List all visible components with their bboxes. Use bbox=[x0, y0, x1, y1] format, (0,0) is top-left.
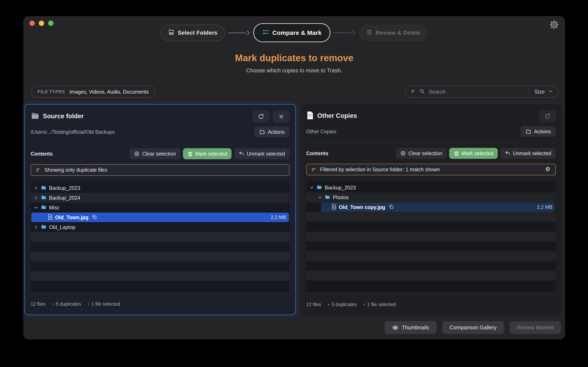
tree-row[interactable]: Old_Laptop bbox=[31, 222, 290, 232]
wizard-stepper: Select Folders Compare & Mark bbox=[23, 23, 565, 42]
button-label: Mark selected bbox=[195, 151, 227, 157]
actions-label: Actions bbox=[534, 129, 551, 134]
sort-select[interactable]: Size bbox=[534, 89, 545, 95]
tree-row-empty bbox=[306, 251, 556, 261]
file-size: 2,2 MB bbox=[271, 215, 286, 220]
file-icon bbox=[332, 204, 337, 210]
file-name: Old_Town.jpg bbox=[55, 215, 88, 220]
step-select-folders[interactable]: Select Folders bbox=[161, 25, 225, 41]
clear-filter-button[interactable] bbox=[545, 166, 551, 173]
file-types-chip[interactable]: FILE TYPES Images, Videos, Audio, Docume… bbox=[31, 86, 155, 98]
mark-selected-button[interactable]: Mark selected bbox=[183, 148, 232, 159]
close-panel-button[interactable] bbox=[273, 111, 290, 123]
tree-row-empty bbox=[306, 271, 556, 281]
bottom-action-bar: Thumbnails Comparison Gallery Review Mar… bbox=[385, 321, 561, 334]
filter-banner-text: Showing only duplicate files bbox=[44, 167, 107, 173]
tree-row[interactable]: Backup_2024 bbox=[31, 193, 290, 203]
file-tree: Backup_2023 Backup_2024 Misc Old_Town.jp… bbox=[31, 182, 290, 292]
unmark-selected-button[interactable]: Unmark selected bbox=[500, 148, 556, 159]
panel-footer: 12 files•5 duplicates•1 file selected bbox=[306, 294, 556, 315]
folder-icon bbox=[259, 129, 265, 135]
tree-row-empty bbox=[306, 242, 556, 251]
chevron-right-icon[interactable] bbox=[34, 225, 38, 229]
stat-item: 12 files bbox=[306, 302, 321, 307]
file-types-value: Images, Videos, Audio, Documents bbox=[69, 89, 149, 95]
panel-footer: 12 files•5 duplicates•1 file selected bbox=[31, 293, 290, 315]
page-subtitle: Choose which copies to move to Trash. bbox=[23, 67, 565, 74]
copy-icon[interactable] bbox=[92, 214, 97, 220]
chevron-right-icon[interactable] bbox=[34, 186, 38, 190]
tree-row-empty bbox=[31, 242, 290, 252]
refresh-icon bbox=[258, 113, 264, 120]
folder-name: Old_Laptop bbox=[49, 224, 75, 230]
trash-icon bbox=[187, 151, 193, 157]
actions-label: Actions bbox=[268, 129, 285, 135]
tree-row[interactable]: Misc bbox=[31, 203, 290, 212]
file-size: 2,2 MB bbox=[537, 204, 553, 210]
chevron-down-icon[interactable] bbox=[548, 89, 553, 94]
folder-gray-icon bbox=[31, 111, 40, 121]
panels-area: Source folder /Users/.../Testing/officia… bbox=[25, 104, 562, 315]
step-compare-mark[interactable]: Compare & Mark bbox=[253, 23, 330, 42]
tree-row-empty bbox=[306, 281, 556, 290]
clear-selection-button[interactable]: Clear selection bbox=[396, 148, 447, 159]
panel-subtitle: Other Copies bbox=[306, 129, 336, 134]
folder-name: Backup_2024 bbox=[49, 195, 80, 201]
folder-icon bbox=[526, 129, 531, 134]
tree-row-empty bbox=[31, 271, 290, 281]
source-folder-panel[interactable]: Source folder /Users/.../Testing/officia… bbox=[25, 104, 296, 315]
trash-icon bbox=[366, 29, 372, 36]
circle-x-icon bbox=[400, 150, 406, 156]
tree-row-empty bbox=[31, 261, 290, 271]
tree-row-empty bbox=[31, 281, 290, 291]
clear-selection-button[interactable]: Clear selection bbox=[130, 148, 180, 159]
chevron-right-icon[interactable] bbox=[34, 196, 38, 200]
refresh-button[interactable] bbox=[252, 111, 269, 123]
panel-title: Other Copies bbox=[317, 112, 357, 119]
stat-item: 12 files bbox=[31, 301, 45, 307]
tree-row[interactable]: Backup_2023 bbox=[31, 183, 290, 193]
search-input[interactable] bbox=[429, 89, 523, 95]
folder-name: Photos bbox=[333, 194, 349, 200]
thumbnails-button[interactable]: Thumbnails bbox=[385, 321, 437, 334]
panel-header: Other Copies bbox=[306, 104, 556, 122]
tree-row-empty bbox=[306, 222, 556, 232]
tree-row-empty bbox=[306, 261, 556, 271]
search-bar: Size bbox=[405, 86, 559, 98]
actions-button[interactable]: Actions bbox=[521, 126, 556, 137]
panel-header: Source folder bbox=[31, 105, 290, 122]
button-label: Unmark selected bbox=[513, 150, 551, 156]
contents-label: Contents bbox=[31, 151, 127, 157]
comparison-gallery-button[interactable]: Comparison Gallery bbox=[442, 321, 504, 334]
review-marked-button: Review Marked bbox=[510, 321, 561, 334]
file-types-label: FILE TYPES bbox=[38, 89, 65, 94]
chevron-down-icon[interactable] bbox=[318, 195, 322, 200]
copy-icon[interactable] bbox=[389, 204, 394, 210]
folder-icon bbox=[325, 194, 330, 201]
button-label: Clear selection bbox=[408, 150, 442, 156]
app-window: Select Folders Compare & Mark bbox=[23, 16, 565, 340]
tree-row[interactable]: Old_Town.jpg 2,2 MB bbox=[31, 212, 290, 222]
undo-icon bbox=[238, 151, 244, 157]
tree-row[interactable]: Backup_2023 bbox=[306, 183, 556, 192]
tree-row[interactable]: Old_Town copy.jpg 2,2 MB bbox=[306, 202, 556, 212]
other-copies-panel[interactable]: Other Copies Other Copies Actions bbox=[301, 104, 562, 315]
refresh-button[interactable] bbox=[539, 110, 556, 122]
chevron-down-icon[interactable] bbox=[310, 185, 314, 190]
filter-lines-icon bbox=[411, 89, 416, 95]
mark-selected-button[interactable]: Mark selected bbox=[449, 148, 498, 159]
stat-item: •5 duplicates bbox=[52, 301, 81, 307]
unmark-selected-button[interactable]: Unmark selected bbox=[234, 148, 290, 159]
page-heading: Mark duplicates to remove Choose which c… bbox=[23, 52, 565, 74]
folder-list-icon bbox=[168, 29, 174, 37]
step-arrow-2 bbox=[333, 30, 356, 35]
chevron-down-icon[interactable] bbox=[34, 206, 38, 210]
step-label: Review & Delete bbox=[376, 30, 420, 36]
filter-icon bbox=[35, 167, 41, 173]
actions-button[interactable]: Actions bbox=[254, 127, 290, 137]
step-arrow-1 bbox=[228, 30, 251, 35]
folder-icon bbox=[41, 185, 47, 191]
tree-row-empty bbox=[31, 232, 290, 242]
folder-name: Backup_2023 bbox=[49, 185, 80, 191]
tree-row[interactable]: Photos bbox=[306, 192, 556, 202]
